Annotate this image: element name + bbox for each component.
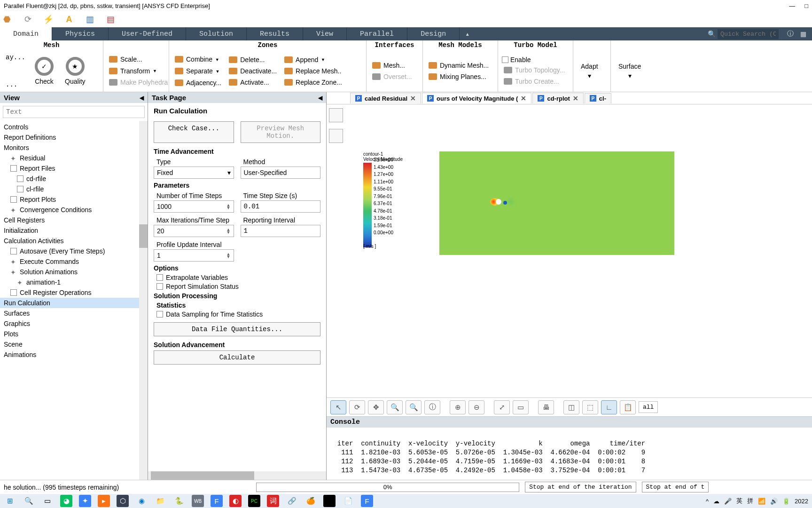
- polyhedra-button[interactable]: Make Polyhedra: [107, 78, 170, 87]
- tree-item[interactable]: Controls: [0, 122, 148, 132]
- tree-item[interactable]: Run Calculation: [0, 298, 148, 308]
- explorer-icon[interactable]: 📁: [154, 495, 166, 507]
- layout-options-button[interactable]: [329, 129, 343, 143]
- tree-item[interactable]: ✦Convergence Conditions: [0, 205, 148, 215]
- tree-item[interactable]: Monitors: [0, 143, 148, 153]
- app-icon[interactable]: 🔗: [286, 495, 298, 507]
- tab-parallel[interactable]: Parallel: [347, 27, 407, 40]
- preview-mesh-motion-button[interactable]: Preview Mesh Motion.: [241, 121, 321, 143]
- task-h-scrollbar[interactable]: [148, 471, 326, 480]
- tree-item[interactable]: ✦animation-1: [0, 277, 148, 287]
- app-icon[interactable]: ⬡: [117, 495, 129, 507]
- append-button[interactable]: Append ▾: [282, 55, 344, 64]
- combine-button[interactable]: Combine ▾: [173, 55, 223, 64]
- chart-icon[interactable]: ▥: [85, 14, 95, 24]
- zoom-tool[interactable]: 🔍: [406, 400, 422, 414]
- turbo-create-button[interactable]: Turbo Create...: [502, 77, 567, 86]
- graphics-tab-contours[interactable]: Pours of Velocity Magnitude (✕: [422, 93, 531, 103]
- close-icon[interactable]: ✕: [521, 95, 526, 102]
- view-button[interactable]: ▭: [513, 400, 529, 414]
- help-icon[interactable]: ⓘ: [787, 30, 794, 38]
- tab-view[interactable]: View: [303, 27, 347, 40]
- contour-plot[interactable]: contour-1 Velocity Magnitude 1.59e+001.4…: [345, 104, 812, 397]
- tree-item[interactable]: Cell Register Operations: [0, 287, 148, 298]
- pycharm-icon[interactable]: PC: [248, 495, 260, 507]
- adapt-button[interactable]: Adapt▾: [577, 63, 602, 79]
- tree-item[interactable]: Autosave (Every Time Steps): [0, 246, 148, 256]
- dynamic-mesh-button[interactable]: Dynamic Mesh...: [427, 61, 491, 70]
- replace-zone-button[interactable]: Replace Zone...: [282, 78, 344, 87]
- fluent-icon[interactable]: F: [211, 495, 223, 507]
- tab-collapse-arrow[interactable]: ▴: [460, 27, 475, 40]
- graphics-tab-residuals[interactable]: Pcaled Residual✕: [350, 93, 421, 103]
- quick-search-input[interactable]: [718, 29, 779, 39]
- music-icon[interactable]: ◐: [229, 495, 242, 507]
- volume-icon[interactable]: 🔊: [770, 498, 778, 505]
- rotate-tool[interactable]: ⟳: [349, 400, 365, 414]
- units-button[interactable]: ...: [4, 80, 27, 89]
- close-icon[interactable]: ✕: [410, 95, 416, 102]
- graphics-tab-cd[interactable]: Pcd-rplot✕: [532, 93, 583, 103]
- tab-solution[interactable]: Solution: [186, 27, 247, 40]
- tree-item[interactable]: Report Definitions: [0, 132, 148, 143]
- method-select[interactable]: User-Specified: [241, 167, 321, 179]
- minimize-button[interactable]: —: [789, 2, 795, 9]
- turbo-enable-checkbox[interactable]: Enable: [502, 56, 567, 64]
- max-iter-input[interactable]: 20▲▼: [154, 225, 234, 237]
- outline-tree[interactable]: ControlsReport DefinitionsMonitors✦Resid…: [0, 121, 148, 480]
- reporting-interval-input[interactable]: 1: [241, 225, 321, 237]
- edge-icon[interactable]: ◉: [135, 495, 148, 507]
- collapse-icon[interactable]: ◀: [140, 95, 144, 101]
- quality-button[interactable]: ★ Quality: [61, 57, 89, 85]
- delete-button[interactable]: Delete...: [227, 55, 279, 64]
- clock-date[interactable]: 2022: [795, 498, 808, 505]
- turbo-topology-button[interactable]: Turbo Topology...: [502, 65, 567, 75]
- tree-item[interactable]: Scene: [0, 339, 148, 349]
- app-icon[interactable]: ▸: [98, 495, 110, 507]
- wechat-icon[interactable]: ◕: [60, 495, 72, 507]
- lightning-icon[interactable]: ⚡: [43, 14, 54, 24]
- battery-icon[interactable]: 🔋: [782, 498, 790, 505]
- scale-button[interactable]: Scale...: [107, 55, 170, 64]
- cube-button[interactable]: ⬚: [582, 400, 598, 414]
- onedrive-icon[interactable]: ☁: [713, 498, 719, 505]
- tree-item[interactable]: Animations: [0, 349, 148, 360]
- display-button[interactable]: ay...: [4, 53, 27, 62]
- notepad-icon[interactable]: 📄: [342, 495, 354, 507]
- console-output[interactable]: iter continuity x-velocity y-velocity k …: [327, 428, 812, 477]
- fit-button[interactable]: ⤢: [494, 400, 510, 414]
- close-icon[interactable]: ✕: [573, 95, 578, 102]
- transform-button[interactable]: Transform ▾: [107, 66, 170, 76]
- overset-button[interactable]: Overset...: [370, 72, 414, 81]
- tree-item[interactable]: cl-rfile: [0, 184, 148, 194]
- tab-domain[interactable]: Domain: [0, 27, 52, 40]
- tab-physics[interactable]: Physics: [52, 27, 109, 40]
- time-step-size-input[interactable]: 0.01: [241, 200, 321, 213]
- fluent-app-icon[interactable]: F: [361, 495, 373, 507]
- tray-arrow-icon[interactable]: ^: [706, 498, 709, 505]
- tree-item[interactable]: ✦Residual: [0, 153, 148, 163]
- stop-timestep-button[interactable]: Stop at end of t: [642, 482, 709, 492]
- data-sampling-checkbox[interactable]: Data Sampling for Time Statistics: [156, 310, 320, 318]
- mixing-planes-button[interactable]: Mixing Planes...: [427, 72, 491, 81]
- interfaces-mesh-button[interactable]: Mesh...: [370, 61, 414, 70]
- zoom-out-button[interactable]: ⊖: [468, 400, 484, 414]
- scroll-thumb[interactable]: [139, 224, 148, 248]
- probe-tool[interactable]: ⓘ: [424, 400, 440, 414]
- tree-item[interactable]: Calculation Activities: [0, 236, 148, 246]
- type-select[interactable]: Fixed▾: [154, 167, 234, 179]
- check-button[interactable]: ✓ Check: [31, 57, 57, 85]
- layout-icon[interactable]: ▦: [800, 30, 806, 38]
- layout-single-button[interactable]: [329, 108, 343, 122]
- search-button[interactable]: 🔍: [23, 495, 35, 507]
- wifi-icon[interactable]: 📶: [758, 498, 765, 505]
- calculate-button[interactable]: Calculate: [154, 350, 320, 365]
- app-icon[interactable]: ✦: [79, 495, 91, 507]
- tab-user-defined[interactable]: User-Defined: [109, 27, 186, 40]
- tree-item[interactable]: Initialization: [0, 225, 148, 236]
- outline-filter-input[interactable]: [3, 106, 145, 118]
- workbench-icon[interactable]: WB: [192, 495, 204, 507]
- tree-item[interactable]: cd-rfile: [0, 174, 148, 184]
- tree-item[interactable]: Report Files: [0, 163, 148, 174]
- maximize-button[interactable]: □: [804, 2, 808, 9]
